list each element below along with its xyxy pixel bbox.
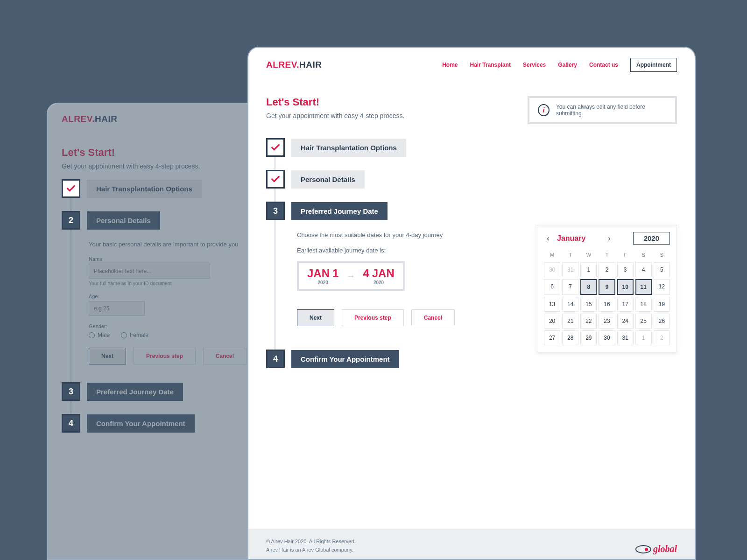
calendar-day[interactable]: 18: [635, 297, 652, 312]
calendar-day[interactable]: 31: [562, 262, 578, 277]
calendar-weekday: M: [544, 249, 560, 260]
next-button[interactable]: Next: [89, 348, 126, 364]
calendar-day[interactable]: 31: [617, 330, 634, 345]
calendar-weekday: S: [654, 249, 670, 260]
calendar-day[interactable]: 1: [580, 262, 597, 277]
footer-brand: global: [635, 544, 677, 554]
calendar-day[interactable]: 19: [654, 297, 670, 312]
step-title[interactable]: Personal Details: [291, 170, 365, 189]
calendar-day[interactable]: 9: [599, 279, 615, 295]
page-title: Let's Start!: [266, 96, 404, 108]
nav: Home Hair Transplant Services Gallery Co…: [442, 58, 677, 72]
nav-contact[interactable]: Contact us: [589, 62, 618, 68]
calendar-weekday: T: [562, 249, 578, 260]
calendar-day[interactable]: 27: [544, 330, 560, 345]
calendar-day[interactable]: 4: [635, 262, 652, 277]
step-number: 3: [62, 382, 80, 401]
calendar-day[interactable]: 3: [617, 262, 634, 277]
step-title[interactable]: Confirm Your Appointment: [87, 414, 195, 433]
check-icon: [266, 170, 285, 189]
calendar-year[interactable]: 2020: [633, 232, 670, 245]
nav-home[interactable]: Home: [442, 62, 458, 68]
step-1: Hair Transplantation Options: [266, 138, 677, 157]
footer-sub: Alrev Hair is an Alrev Global company.: [266, 546, 356, 554]
step-number: 2: [62, 211, 80, 230]
chevron-right-icon[interactable]: ›: [605, 234, 613, 243]
panel-front: ALREV.HAIR Home Hair Transplant Services…: [247, 47, 696, 560]
nav-gallery[interactable]: Gallery: [558, 62, 577, 68]
name-input[interactable]: [89, 264, 210, 279]
calendar-day[interactable]: 8: [580, 279, 597, 295]
eye-icon: [635, 545, 651, 553]
check-icon: [266, 138, 285, 157]
calendar: ‹ January › 2020 MTWTFSS3031123456789101…: [537, 225, 677, 352]
logo[interactable]: ALREV.HAIR: [266, 60, 322, 70]
page-subtitle: Get your appointment with easy 4-step pr…: [266, 112, 404, 119]
calendar-weekday: W: [580, 249, 597, 260]
calendar-weekday: T: [599, 249, 615, 260]
calendar-day[interactable]: 23: [599, 314, 615, 329]
calendar-day[interactable]: 17: [617, 297, 634, 312]
step-4: 4 Confirm Your Appointment: [266, 350, 677, 368]
date-range-box: JAN 1 2020 → 4 JAN 2020: [297, 261, 405, 291]
logo[interactable]: ALREV.HAIR: [62, 114, 117, 124]
calendar-day[interactable]: 12: [654, 279, 670, 295]
footer: © Alrev Hair 2020. All Rights Reserved. …: [248, 529, 695, 559]
arrow-right-icon: →: [346, 271, 355, 281]
intro: Let's Start! Get your appointment with e…: [248, 82, 695, 124]
nav-services[interactable]: Services: [523, 62, 546, 68]
info-text: You can always edit any field before sub…: [556, 104, 667, 117]
radio-female[interactable]: Female: [121, 332, 148, 338]
info-box: i You can always edit any field before s…: [528, 96, 677, 124]
step-title[interactable]: Personal Details: [87, 211, 160, 230]
calendar-month: January: [557, 234, 585, 243]
cancel-button[interactable]: Cancel: [203, 348, 247, 364]
step-title[interactable]: Hair Transplantation Options: [87, 180, 202, 198]
page-title: Let's Start!: [62, 147, 200, 159]
calendar-day[interactable]: 25: [635, 314, 652, 329]
step-title[interactable]: Confirm Your Appointment: [291, 350, 399, 368]
calendar-day[interactable]: 16: [599, 297, 615, 312]
calendar-day[interactable]: 7: [562, 279, 578, 295]
footer-copyright: © Alrev Hair 2020. All Rights Reserved.: [266, 537, 356, 546]
step-number: 3: [266, 202, 285, 220]
nav-hair-transplant[interactable]: Hair Transplant: [470, 62, 511, 68]
info-icon: i: [538, 104, 550, 116]
previous-button[interactable]: Previous step: [134, 348, 196, 364]
calendar-day[interactable]: 30: [544, 262, 560, 277]
cancel-button[interactable]: Cancel: [411, 309, 455, 326]
next-button[interactable]: Next: [297, 309, 334, 326]
step-title[interactable]: Preferred Journey Date: [87, 383, 183, 401]
calendar-day[interactable]: 2: [654, 330, 670, 345]
calendar-day[interactable]: 2: [599, 262, 615, 277]
calendar-day[interactable]: 5: [654, 262, 670, 277]
calendar-day[interactable]: 10: [617, 279, 634, 295]
previous-button[interactable]: Previous step: [342, 309, 404, 326]
calendar-day[interactable]: 24: [617, 314, 634, 329]
calendar-day[interactable]: 11: [635, 279, 652, 295]
step-title[interactable]: Hair Transplantation Options: [291, 139, 406, 157]
check-icon: [62, 179, 80, 198]
calendar-day[interactable]: 6: [544, 279, 560, 295]
calendar-day[interactable]: 13: [544, 297, 560, 312]
calendar-day[interactable]: 28: [562, 330, 578, 345]
calendar-day[interactable]: 21: [562, 314, 578, 329]
calendar-day[interactable]: 26: [654, 314, 670, 329]
step-title[interactable]: Preferred Journey Date: [291, 202, 388, 220]
calendar-day[interactable]: 22: [580, 314, 597, 329]
calendar-weekday: F: [617, 249, 634, 260]
step-number: 4: [266, 350, 285, 368]
age-input[interactable]: [89, 301, 145, 316]
step-number: 4: [62, 414, 80, 433]
calendar-day[interactable]: 15: [580, 297, 597, 312]
appointment-button[interactable]: Appointment: [630, 58, 677, 72]
calendar-day[interactable]: 1: [635, 330, 652, 345]
page-subtitle: Get your appointment with easy 4-step pr…: [62, 162, 200, 170]
calendar-day[interactable]: 30: [599, 330, 615, 345]
calendar-day[interactable]: 14: [562, 297, 578, 312]
chevron-left-icon[interactable]: ‹: [544, 234, 552, 243]
calendar-day[interactable]: 20: [544, 314, 560, 329]
radio-male[interactable]: Male: [89, 332, 110, 338]
step-2: Personal Details: [266, 170, 677, 189]
calendar-day[interactable]: 29: [580, 330, 597, 345]
